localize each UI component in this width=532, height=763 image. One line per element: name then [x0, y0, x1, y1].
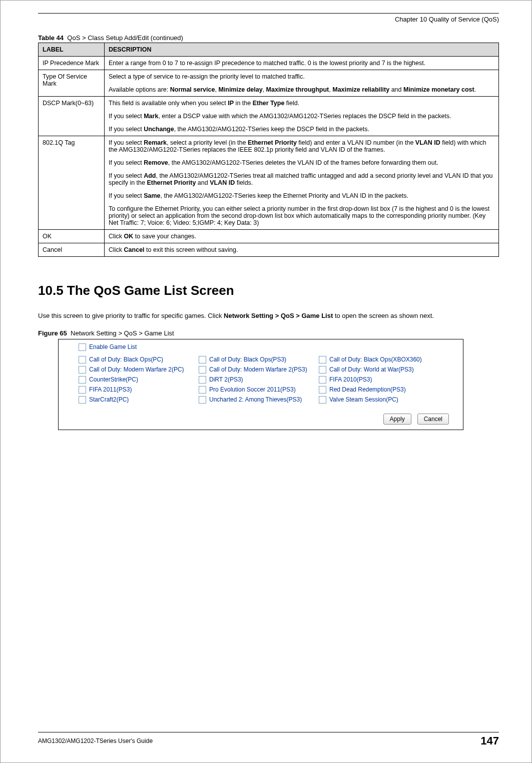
row-label-cancel: Cancel [39, 243, 105, 257]
row-label-8021q-tag: 802.1Q Tag [39, 136, 105, 230]
game-checkbox[interactable] [199, 376, 206, 384]
game-label: Red Dead Redemption(PS3) [329, 386, 406, 393]
game-checkbox[interactable] [79, 366, 86, 373]
game-checkbox[interactable] [319, 356, 326, 363]
game-checkbox[interactable] [79, 376, 86, 384]
chapter-header: Chapter 10 Quality of Service (QoS) [38, 16, 499, 23]
figure-caption: Figure 65 Network Setting > QoS > Game L… [38, 329, 499, 337]
table-row: Type Of Service Mark Select a type of se… [39, 70, 499, 97]
cancel-button[interactable]: Cancel [417, 414, 449, 425]
section-body: Use this screen to give priority to traf… [38, 311, 499, 320]
figure-caption-text: Network Setting > QoS > Game List [71, 329, 174, 337]
col-header-label: LABEL [39, 43, 105, 57]
table-caption: Table 44 QoS > Class Setup Add/Edit (con… [38, 34, 499, 42]
row-desc-type-of-service: Select a type of service to re-assign th… [105, 70, 499, 97]
game-label: FIFA 2010(PS3) [329, 376, 372, 383]
row-label-ok: OK [39, 230, 105, 243]
game-label: Pro Evolution Soccer 2011(PS3) [209, 386, 296, 393]
enable-game-list-checkbox[interactable] [79, 343, 86, 351]
table-row: DSCP Mark(0~63) This field is available … [39, 97, 499, 136]
game-checkbox[interactable] [199, 386, 206, 394]
game-label: StarCraft2(PC) [89, 396, 129, 403]
apply-button[interactable]: Apply [383, 414, 411, 425]
game-checkbox[interactable] [79, 396, 86, 404]
game-checkbox[interactable] [199, 366, 206, 373]
page-number: 147 [480, 734, 499, 747]
table-caption-text: QoS > Class Setup Add/Edit (continued) [67, 34, 183, 42]
section-heading: 10.5 The QoS Game List Screen [38, 283, 499, 298]
figure-caption-label: Figure 65 [38, 329, 67, 337]
table-row: IP Precedence Mark Enter a range from 0 … [39, 57, 499, 70]
game-checkbox[interactable] [199, 356, 206, 363]
game-label: Call of Duty: Black Ops(XBOX360) [329, 356, 422, 363]
game-label: Call of Duty: Modern Warfare 2(PC) [89, 366, 184, 373]
game-checkbox[interactable] [79, 356, 86, 363]
table-row: Cancel Click Cancel to exit this screen … [39, 243, 499, 257]
game-label: Call of Duty: World at War(PS3) [329, 366, 414, 373]
game-checkbox[interactable] [319, 376, 326, 384]
footer-guide-name: AMG1302/AMG1202-TSeries User's Guide [38, 737, 153, 744]
table-caption-label: Table 44 [38, 34, 64, 42]
table-row: 802.1Q Tag If you select Remark, select … [39, 136, 499, 230]
game-label: Call of Duty: Black Ops(PS3) [209, 356, 286, 363]
game-label: CounterStrike(PC) [89, 376, 138, 383]
table-row: OK Click OK to save your changes. [39, 230, 499, 243]
game-checkbox[interactable] [319, 366, 326, 373]
row-desc-dscp: This field is available only when you se… [105, 97, 499, 136]
row-desc-ip-precedence: Enter a range from 0 to 7 to re-assign I… [105, 57, 499, 70]
col-header-description: DESCRIPTION [105, 43, 499, 57]
row-label-type-of-service: Type Of Service Mark [39, 70, 105, 97]
game-checkbox[interactable] [79, 386, 86, 394]
game-label: FIFA 2011(PS3) [89, 386, 132, 393]
row-label-ip-precedence: IP Precedence Mark [39, 57, 105, 70]
row-desc-8021q-tag: If you select Remark, select a priority … [105, 136, 499, 230]
enable-game-list-label: Enable Game List [89, 343, 137, 350]
qos-class-table: LABEL DESCRIPTION IP Precedence Mark Ent… [38, 43, 499, 257]
game-label: DiRT 2(PS3) [209, 376, 243, 383]
game-checkbox[interactable] [319, 396, 326, 404]
game-label: Valve Steam Session(PC) [329, 396, 398, 403]
game-label: Call of Duty: Black Ops(PC) [89, 356, 163, 363]
game-checkbox[interactable] [199, 396, 206, 404]
game-label: Call of Duty: Modern Warfare 2(PS3) [209, 366, 307, 373]
game-checkbox[interactable] [319, 386, 326, 394]
row-label-dscp: DSCP Mark(0~63) [39, 97, 105, 136]
game-list-figure: Enable Game List Call of Duty: Black Ops… [58, 339, 463, 430]
row-desc-cancel: Click Cancel to exit this screen without… [105, 243, 499, 257]
row-desc-ok: Click OK to save your changes. [105, 230, 499, 243]
game-label: Uncharted 2: Among Thieves(PS3) [209, 396, 302, 403]
